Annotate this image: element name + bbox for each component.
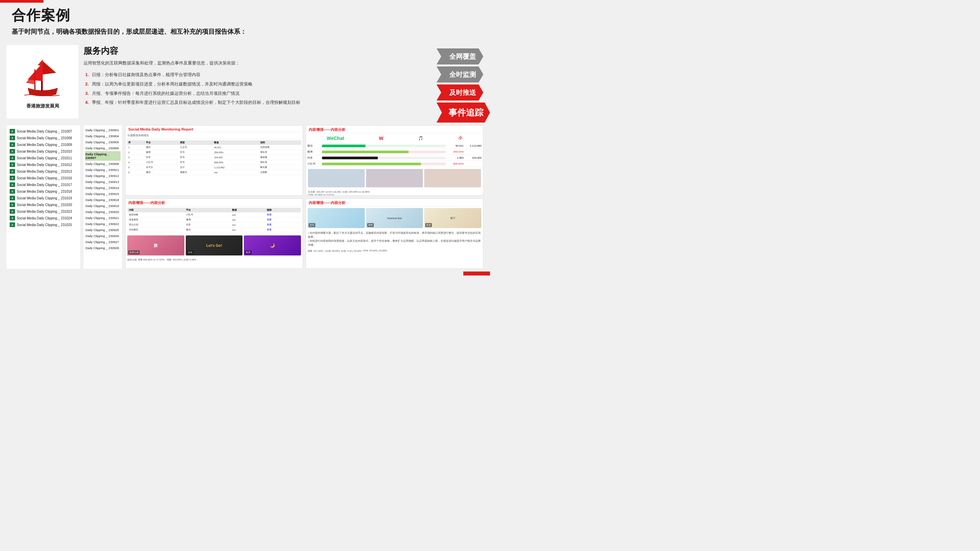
report1-table: 序平台类型数值说明 1微信公众号40,011总阅读量 2微博官号259.03%增… — [127, 140, 301, 175]
img-card-4: 港景 — [308, 208, 365, 228]
excel-icon: X — [10, 162, 15, 167]
report2-img-2 — [366, 169, 423, 187]
daily-clipping-item[interactable]: Daily Clipping _ 230907 — [85, 151, 121, 161]
file-item[interactable]: XSocial Media Daily Clipping _ 231010 — [8, 148, 78, 155]
daily-clipping-item[interactable]: Daily Clipping _ 230920 — [85, 209, 121, 215]
excel-icon: X — [10, 136, 15, 140]
daily-clipping-item[interactable]: Daily Clipping _ 230912 — [85, 173, 121, 179]
excel-icon: X — [10, 142, 15, 147]
xiaohongshu-icon: 小 — [458, 135, 462, 141]
label-text-4: 事件追踪 — [449, 107, 483, 119]
platform-row-weibo: 微博 259.03% — [306, 149, 483, 155]
list-num-4: 4. — [85, 100, 89, 105]
file-item[interactable]: XSocial Media Daily Clipping _ 231013 — [8, 168, 78, 175]
file-item[interactable]: XSocial Media Daily Clipping _ 231024 — [8, 215, 78, 221]
file-item[interactable]: XSocial Media Daily Clipping _ 231023 — [8, 208, 78, 215]
daily-clipping-item[interactable]: Daily Clipping _ 230914 — [85, 185, 121, 191]
daily-clipping-item[interactable]: Daily Clipping _ 230915 — [85, 191, 121, 197]
service-list-item: 2. 周报：以周为单位更新项目进度，分析本周社媒数据情况，并及时沟通调整运营策略 — [83, 81, 403, 88]
platform-row-douyin: 抖音 1,963 104,402 — [306, 155, 483, 161]
file-item[interactable]: XSocial Media Daily Clipping _ 231009 — [8, 141, 78, 148]
report2-title: 内容增强——内容分析 — [306, 125, 483, 133]
service-description: 运用智慧化的互联网数据采集和处理，监测热点事件及重要信息，提供决策依据； — [83, 59, 403, 67]
list-text-4: 季报、年报：针对季度和年度进行运营汇总及目标达成情况分析，制定下个大阶段的目标，… — [92, 100, 300, 105]
label-quanwanggugai: 全网覆盖 — [437, 48, 483, 64]
daily-clipping-item[interactable]: Daily Clipping _ 230908 — [85, 161, 121, 167]
daily-clipping-item[interactable]: Daily Clipping _ 230913 — [85, 179, 121, 185]
label-quanshijianche: 全时监测 — [437, 67, 483, 83]
excel-icon: X — [10, 216, 15, 221]
daily-clipping-item[interactable]: Daily Clipping _ 230921 — [85, 215, 121, 221]
file-item[interactable]: XSocial Media Daily Clipping _ 231017 — [8, 181, 78, 188]
daily-list-panel[interactable]: Daily Clipping _ 230901Daily Clipping _ … — [83, 125, 122, 269]
file-item[interactable]: XSocial Media Daily Clipping _ 231020 — [8, 202, 78, 208]
daily-clipping-item[interactable]: Daily Clipping _ 230919 — [85, 203, 121, 209]
service-list-item: 1. 日报：分析每日社媒舆情及热点事件，梳理平台管理内容 — [83, 71, 403, 78]
file-item[interactable]: XSocial Media Daily Clipping _ 231018 — [8, 188, 78, 195]
excel-icon: X — [10, 176, 15, 180]
report3-title: 内容增强——内容分析 — [126, 199, 302, 206]
file-item[interactable]: XSocial Media Daily Clipping _ 231019 — [8, 195, 78, 202]
logo-card: 香港旅游发展局 — [7, 45, 78, 119]
report-card-3: 内容增强——内容分析 内容平台数据链接 旅游攻略小红书xxx查看 美食推荐微博x… — [125, 198, 303, 269]
list-num-3: 3. — [85, 91, 89, 96]
service-list-item: 4. 季报、年报：针对季度和年度进行运营汇总及目标达成情况分析，制定下个大阶段的… — [83, 99, 403, 106]
excel-icon: X — [10, 156, 15, 160]
file-item[interactable]: XSocial Media Daily Clipping _ 231008 — [8, 135, 78, 141]
file-item[interactable]: XSocial Media Daily Clipping _ 231012 — [8, 161, 78, 168]
service-list-item: 3. 月报、专项事件报告：每月进行系统的社媒运营分析，总结当月项目推广情况 — [83, 90, 403, 97]
excel-icon: X — [10, 189, 15, 194]
label-shijianzhizong: 事件追踪 — [437, 103, 490, 122]
excel-icon: X — [10, 202, 15, 207]
img-card-2: Let's Go! 活动 — [186, 235, 243, 256]
report-card-1: Social Media Daily Monitoring Report 社媒数… — [125, 125, 303, 196]
report3-table: 内容平台数据链接 旅游攻略小红书xxx查看 美食推荐微博xxx查看 景点介绍抖音… — [127, 208, 301, 232]
report2-img-3 — [424, 169, 481, 187]
daily-clipping-item[interactable]: Daily Clipping _ 230926 — [85, 233, 121, 239]
daily-clipping-item[interactable]: Daily Clipping _ 230918 — [85, 197, 121, 203]
excel-icon: X — [10, 129, 15, 133]
file-item[interactable]: XSocial Media Daily Clipping _ 231011 — [8, 155, 78, 161]
report2-images — [306, 167, 483, 189]
daily-clipping-item[interactable]: Daily Clipping _ 230904 — [85, 133, 121, 139]
daily-clipping-item[interactable]: Daily Clipping _ 230901 — [85, 127, 121, 133]
report4-images: 港景 Seafood Bar 海鲜 餐厅 美食 — [306, 206, 483, 230]
list-num-1: 1. — [85, 72, 89, 77]
report3-stats: 旅游仑城: 增量 606.66% vs 17.03%↑ 增量: 319.00% … — [126, 257, 302, 262]
daily-clipping-item[interactable]: Daily Clipping _ 230927 — [85, 239, 121, 245]
list-text-3: 月报、专项事件报告：每月进行系统的社媒运营分析，总结当月项目推广情况 — [92, 91, 240, 96]
file-list-panel[interactable]: XSocial Media Daily Clipping _ 231007XSo… — [7, 125, 80, 269]
file-item[interactable]: XSocial Media Daily Clipping _ 231007 — [8, 128, 78, 135]
report4-text: • 在内容的增量方面，配合了本月主题活动节点，实施相关内容创新，打造与市场差异化… — [306, 230, 483, 248]
daily-clipping-item[interactable]: Daily Clipping _ 230911 — [85, 167, 121, 173]
file-item[interactable]: XSocial Media Daily Clipping _ 231016 — [8, 175, 78, 181]
service-content-box: 服务内容 运用智慧化的互联网数据采集和处理，监测热点事件及重要信息，提供决策依据… — [83, 45, 403, 119]
service-list: 1. 日报：分析每日社媒舆情及热点事件，梳理平台管理内容 2. 周报：以周为单位… — [83, 71, 403, 106]
label-text-2: 全时监测 — [449, 70, 476, 79]
service-title: 服务内容 — [83, 45, 403, 57]
wechat-icon: WeChat — [327, 136, 344, 141]
daily-clipping-item[interactable]: Daily Clipping _ 230922 — [85, 221, 121, 227]
report4-stats: 增量: 417.30%↑ | 比例: 38.80% 比例: 4.16 | 29.… — [306, 248, 483, 254]
file-item[interactable]: XSocial Media Daily Clipping _ 231025 — [8, 221, 78, 228]
reports-panel: Social Media Daily Monitoring Report 社媒数… — [125, 125, 483, 269]
img-card-3: 🌙 夜景 — [244, 235, 301, 256]
hktb-logo-icon — [21, 54, 64, 101]
daily-clipping-item[interactable]: Daily Clipping _ 230925 — [85, 227, 121, 233]
report4-title: 内容增强——内容分析 — [306, 199, 483, 206]
daily-clipping-item[interactable]: Daily Clipping _ 230905 — [85, 139, 121, 145]
excel-icon: X — [10, 169, 15, 174]
img-card-5: Seafood Bar 海鲜 — [366, 208, 423, 228]
label-text-1: 全网覆盖 — [449, 52, 476, 61]
label-text-3: 及时推送 — [449, 88, 476, 97]
platform-row-wechat: 微信 40,011 1,113,682 — [306, 143, 483, 149]
report2-img-1 — [308, 169, 365, 187]
excel-icon: X — [10, 196, 15, 200]
report1-title: Social Media Daily Monitoring Report — [126, 125, 302, 132]
report-card-4: 内容增强——内容分析 港景 Seafood Bar 海鲜 餐厅 美食 • 在内容… — [305, 198, 483, 269]
list-text-2: 周报：以周为单位更新项目进度，分析本周社媒数据情况，并及时沟通调整运营策略 — [92, 81, 253, 86]
label-jishituisong: 及时推送 — [437, 84, 483, 100]
excel-icon: X — [10, 209, 15, 214]
daily-clipping-item[interactable]: Daily Clipping _ 230928 — [85, 245, 121, 251]
daily-clipping-item[interactable]: Daily Clipping _ 230906 — [85, 145, 121, 151]
